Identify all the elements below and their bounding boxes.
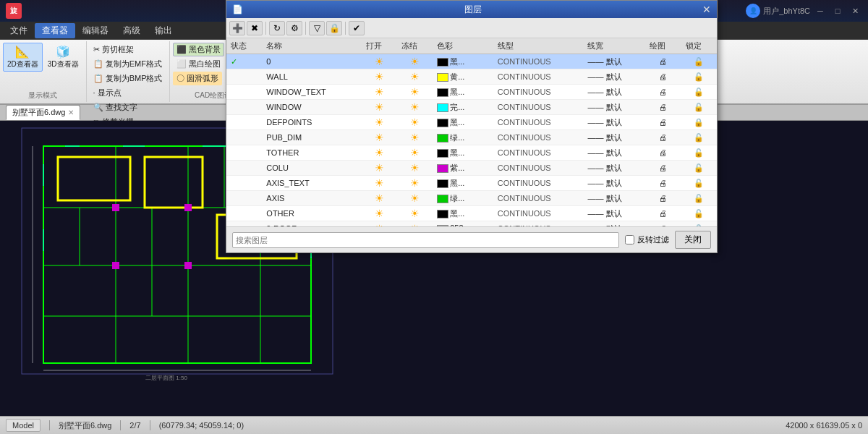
table-row[interactable]: AXIS ☀ ☀ 绿... CONTINUOUS —— 默认 🖨 🔓 bbox=[226, 191, 717, 206]
plot-icon[interactable]: 🖨 bbox=[659, 57, 667, 66]
open-icon[interactable]: ☀ bbox=[375, 208, 384, 219]
btn-find-text[interactable]: 🔍 查找文字 bbox=[90, 101, 166, 114]
plot-icon[interactable]: 🖨 bbox=[659, 163, 667, 172]
delete-layer-button[interactable]: ✖ bbox=[247, 21, 263, 35]
lock-icon[interactable]: 🔓 bbox=[694, 163, 704, 172]
table-row[interactable]: OTHER ☀ ☀ 黑... CONTINUOUS —— 默认 🖨 🔓 bbox=[226, 206, 717, 221]
cell-color[interactable]: 完... bbox=[433, 100, 493, 115]
cell-lock[interactable]: 🔓 bbox=[681, 191, 717, 206]
btn-show-point[interactable]: · 显示点 bbox=[90, 86, 166, 100]
cell-plot[interactable]: 🖨 bbox=[645, 176, 681, 191]
cell-plot[interactable]: 🖨 bbox=[645, 191, 681, 206]
freeze-icon[interactable]: ☀ bbox=[410, 56, 420, 67]
table-row[interactable]: AXIS_TEXT ☀ ☀ 黑... CONTINUOUS —— 默认 🖨 🔓 bbox=[226, 176, 717, 191]
open-icon[interactable]: ☀ bbox=[375, 86, 384, 98]
menu-output[interactable]: 输出 bbox=[148, 23, 179, 38]
doc-tab-close[interactable]: ✕ bbox=[68, 109, 74, 116]
cell-open[interactable]: ☀ bbox=[362, 161, 397, 176]
open-icon[interactable]: ☀ bbox=[375, 56, 384, 67]
cell-open[interactable]: ☀ bbox=[362, 85, 397, 100]
cell-plot[interactable]: 🖨 bbox=[645, 85, 681, 100]
cell-freeze[interactable]: ☀ bbox=[397, 100, 433, 115]
cell-open[interactable]: ☀ bbox=[362, 145, 397, 161]
table-row[interactable]: WINDOW_TEXT ☀ ☀ 黑... CONTINUOUS —— 默认 🖨 … bbox=[226, 85, 717, 100]
cell-open[interactable]: ☀ bbox=[362, 191, 397, 206]
cell-lock[interactable]: 🔓 bbox=[681, 176, 717, 191]
cell-open[interactable]: ☀ bbox=[362, 54, 397, 69]
cell-lock[interactable]: 🔓 bbox=[681, 206, 717, 221]
plot-icon[interactable]: 🖨 bbox=[659, 209, 667, 218]
open-icon[interactable]: ☀ bbox=[375, 116, 384, 128]
lock-icon[interactable]: 🔓 bbox=[694, 88, 704, 96]
lock-icon[interactable]: 🔓 bbox=[694, 209, 704, 218]
cell-color[interactable]: 黑... bbox=[433, 176, 493, 191]
cell-lock[interactable]: 🔓 bbox=[681, 100, 717, 115]
open-icon[interactable]: ☀ bbox=[375, 147, 384, 158]
menu-file[interactable]: 文件 bbox=[3, 23, 35, 38]
new-layer-button[interactable]: ➕ bbox=[229, 21, 245, 35]
freeze-icon[interactable]: ☀ bbox=[410, 192, 420, 204]
table-row[interactable]: COLU ☀ ☀ 紫... CONTINUOUS —— 默认 🖨 🔓 bbox=[226, 161, 717, 176]
cell-freeze[interactable]: ☀ bbox=[397, 69, 433, 85]
lock-icon[interactable]: 🔓 bbox=[694, 148, 704, 157]
cell-lock[interactable]: 🔓 bbox=[681, 85, 717, 100]
cell-lock[interactable]: 🔓 bbox=[681, 221, 717, 227]
dialog-close-button[interactable]: ✕ bbox=[702, 4, 711, 15]
btn-2d-viewer[interactable]: 📐 2D查看器 bbox=[3, 43, 43, 72]
freeze-icon[interactable]: ☀ bbox=[410, 101, 420, 113]
cell-lock[interactable]: 🔓 bbox=[681, 161, 717, 176]
cell-freeze[interactable]: ☀ bbox=[397, 191, 433, 206]
cell-plot[interactable]: 🖨 bbox=[645, 145, 681, 161]
model-tab[interactable]: Model bbox=[6, 419, 41, 432]
cell-freeze[interactable]: ☀ bbox=[397, 130, 433, 145]
btn-copy-emf[interactable]: 📋 复制为EMF格式 bbox=[90, 57, 166, 71]
cell-color[interactable]: 绿... bbox=[433, 191, 493, 206]
freeze-icon[interactable]: ☀ bbox=[410, 71, 420, 82]
cell-freeze[interactable]: ☀ bbox=[397, 176, 433, 191]
cell-freeze[interactable]: ☀ bbox=[397, 221, 433, 227]
lock-icon[interactable]: 🔓 bbox=[694, 72, 704, 81]
cell-color[interactable]: 紫... bbox=[433, 161, 493, 176]
plot-icon[interactable]: 🖨 bbox=[659, 133, 667, 142]
plot-icon[interactable]: 🖨 bbox=[659, 88, 667, 96]
open-icon[interactable]: ☀ bbox=[375, 192, 384, 204]
cell-freeze[interactable]: ☀ bbox=[397, 206, 433, 221]
cell-lock[interactable]: 🔒 bbox=[681, 115, 717, 130]
cell-open[interactable]: ☀ bbox=[362, 176, 397, 191]
cell-color[interactable]: 黑... bbox=[433, 115, 493, 130]
doc-tab-villa[interactable]: 别墅平面6.dwg ✕ bbox=[6, 105, 80, 120]
cell-plot[interactable]: 🖨 bbox=[645, 54, 681, 69]
plot-icon[interactable]: 🖨 bbox=[659, 194, 667, 203]
btn-copy-bmp[interactable]: 📋 复制为BMP格式 bbox=[90, 72, 166, 85]
cell-color[interactable]: 绿... bbox=[433, 130, 493, 145]
cell-freeze[interactable]: ☀ bbox=[397, 115, 433, 130]
open-icon[interactable]: ☀ bbox=[375, 101, 384, 113]
cell-open[interactable]: ☀ bbox=[362, 206, 397, 221]
cell-open[interactable]: ☀ bbox=[362, 130, 397, 145]
close-dialog-button[interactable]: 关闭 bbox=[675, 231, 711, 249]
freeze-icon[interactable]: ☀ bbox=[410, 177, 420, 189]
cell-plot[interactable]: 🖨 bbox=[645, 221, 681, 227]
search-layers-input[interactable] bbox=[232, 232, 619, 248]
freeze-icon[interactable]: ☀ bbox=[410, 116, 420, 128]
filter-checkbox[interactable] bbox=[625, 235, 634, 244]
btn-bw-draw[interactable]: ⬜ 黑白绘图 bbox=[173, 57, 224, 71]
freeze-icon[interactable]: ☀ bbox=[410, 208, 420, 219]
lock-icon[interactable]: 🔓 bbox=[694, 57, 704, 66]
cell-plot[interactable]: 🖨 bbox=[645, 161, 681, 176]
cell-color[interactable]: 黑... bbox=[433, 145, 493, 161]
menu-advanced[interactable]: 高级 bbox=[116, 23, 148, 38]
cell-color[interactable]: 黑... bbox=[433, 85, 493, 100]
table-row[interactable]: ✓ 0 ☀ ☀ 黑... CONTINUOUS —— 默认 🖨 🔓 bbox=[226, 54, 717, 69]
filter-button[interactable]: ▽ bbox=[309, 21, 325, 35]
lock-icon[interactable]: 🔓 bbox=[694, 194, 704, 203]
plot-icon[interactable]: 🖨 bbox=[659, 148, 667, 157]
freeze-icon[interactable]: ☀ bbox=[410, 86, 420, 98]
btn-3d-viewer[interactable]: 🧊 3D查看器 bbox=[43, 43, 83, 72]
refresh-button[interactable]: ↻ bbox=[269, 21, 285, 35]
open-icon[interactable]: ☀ bbox=[375, 162, 384, 174]
cell-color[interactable]: 黄... bbox=[433, 69, 493, 85]
table-row[interactable]: PUB_DIM ☀ ☀ 绿... CONTINUOUS —— 默认 🖨 🔓 bbox=[226, 130, 717, 145]
cell-lock[interactable]: 🔓 bbox=[681, 69, 717, 85]
cell-plot[interactable]: 🖨 bbox=[645, 69, 681, 85]
